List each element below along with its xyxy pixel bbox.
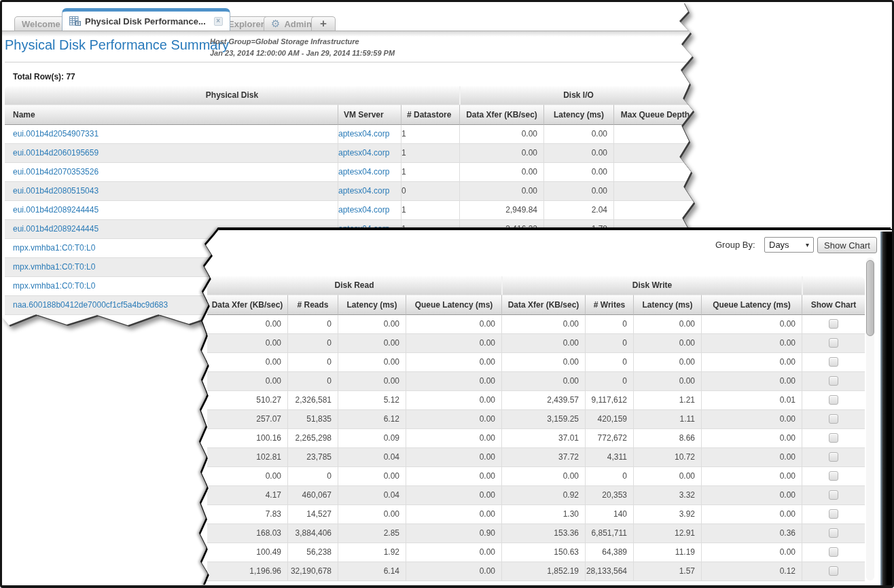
- table-row[interactable]: 100.16 2,265,298 0.09 0.00 37.01 772,672…: [207, 429, 865, 448]
- vm-server-link[interactable]: aptesx04.corp: [338, 182, 401, 200]
- disk-io-rows: 0.00 0 0.00 0.00 0.00 0 0.00 0.00: [207, 315, 865, 581]
- write-latency-value: 10.72: [633, 448, 701, 466]
- tab-physical-disk-performance[interactable]: T Physical Disk Performance... ×: [62, 8, 230, 31]
- col-write-latency[interactable]: Latency (ms): [633, 295, 701, 315]
- col-read-data-xfer[interactable]: Data Xfer (KB/sec): [207, 295, 287, 315]
- show-chart-checkbox[interactable]: [829, 528, 838, 538]
- col-write-queue-latency[interactable]: Queue Latency (ms): [701, 295, 802, 315]
- show-chart-checkbox[interactable]: [829, 376, 838, 386]
- show-chart-checkbox[interactable]: [829, 509, 838, 519]
- reads-value: 0: [287, 353, 338, 371]
- table-row[interactable]: 1,196.96 32,190,678 6.14 0.00 1,852.19 2…: [207, 562, 865, 581]
- writes-value: 0: [585, 467, 633, 485]
- gear-icon: ⚙: [271, 19, 280, 29]
- reads-value: 56,238: [287, 543, 338, 562]
- datastore-count: 0: [401, 182, 459, 200]
- col-name[interactable]: Name: [5, 105, 338, 125]
- disk-name-link[interactable]: eui.001b4d2080515043: [5, 182, 338, 200]
- reads-value: 3,884,406: [287, 524, 338, 543]
- col-data-xfer[interactable]: Data Xfer (KB/sec): [459, 105, 543, 125]
- show-chart-checkbox[interactable]: [829, 338, 838, 348]
- table-row[interactable]: eui.001b4d2089244445 aptesx04.corp 1 2,9…: [5, 201, 696, 220]
- write-data-xfer-value: 153.36: [501, 524, 585, 543]
- vm-server-link[interactable]: aptesx04.corp: [338, 163, 401, 181]
- col-latency[interactable]: Latency (ms): [543, 105, 613, 125]
- table-row[interactable]: 0.00 0 0.00 0.00 0.00 0 0.00 0.00: [207, 334, 865, 353]
- vm-server-link[interactable]: aptesx04.corp: [338, 144, 401, 162]
- show-chart-checkbox[interactable]: [829, 395, 838, 405]
- disk-name-link[interactable]: eui.001b4d2060195659: [5, 144, 338, 162]
- disk-name-link[interactable]: eui.001b4d2070353526: [5, 163, 338, 181]
- header-divider: [5, 62, 691, 62]
- show-chart-checkbox[interactable]: [829, 490, 838, 500]
- col-datastore[interactable]: # Datastore: [401, 105, 459, 125]
- table-row[interactable]: 0.00 0 0.00 0.00 0.00 0 0.00 0.00: [207, 353, 865, 372]
- table-row[interactable]: 168.03 3,884,406 2.85 0.90 153.36 6,851,…: [207, 524, 865, 543]
- table-row[interactable]: 257.07 51,835 6.12 0.00 3,159.25 420,159…: [207, 410, 865, 429]
- write-data-xfer-value: 2,439.57: [501, 391, 585, 409]
- read-queue-latency-value: 0.00: [406, 543, 501, 562]
- write-data-xfer-value: 1.30: [501, 505, 585, 523]
- table-row[interactable]: 4.17 460,067 0.04 0.00 0.92 20,353 3.32 …: [207, 486, 865, 505]
- table-row[interactable]: eui.001b4d2080515043 aptesx04.corp 0 0.0…: [5, 182, 696, 201]
- latency-value: 0.00: [543, 182, 613, 200]
- show-chart-checkbox[interactable]: [829, 566, 838, 576]
- write-queue-latency-value: 0.00: [701, 448, 802, 466]
- read-latency-value: 5.12: [338, 391, 406, 409]
- table-row[interactable]: eui.001b4d2070353526 aptesx04.corp 1 0.0…: [5, 163, 696, 182]
- table-row[interactable]: eui.001b4d2054907331 aptesx04.corp 1 0.0…: [5, 125, 696, 144]
- col-vm-server[interactable]: VM Server: [338, 105, 401, 125]
- show-chart-checkbox[interactable]: [829, 452, 838, 462]
- read-latency-value: 0.09: [338, 429, 406, 447]
- table-row[interactable]: 102.81 23,785 0.04 0.00 37.72 4,311 10.7…: [207, 448, 865, 467]
- show-chart-checkbox[interactable]: [829, 471, 838, 481]
- table-row[interactable]: 100.49 56,238 1.92 0.00 150.63 64,389 11…: [207, 543, 865, 562]
- col-reads[interactable]: # Reads: [287, 295, 338, 315]
- reads-value: 2,265,298: [287, 429, 338, 447]
- col-write-data-xfer[interactable]: Data Xfer (KB/sec): [501, 295, 585, 315]
- write-queue-latency-value: 0.00: [701, 543, 802, 562]
- show-chart-checkbox[interactable]: [829, 547, 838, 557]
- read-latency-value: 0.00: [338, 467, 406, 485]
- group-header-blank: [802, 276, 865, 295]
- group-by-select[interactable]: Days ▾: [764, 237, 814, 253]
- table-row[interactable]: 510.27 2,326,581 5.12 0.00 2,439.57 9,11…: [207, 391, 865, 410]
- table-row[interactable]: 7.83 14,527 0.00 0.00 1.30 140 3.92 0.00: [207, 505, 865, 524]
- col-read-queue-latency[interactable]: Queue Latency (ms): [406, 295, 501, 315]
- write-queue-latency-value: 0.00: [701, 334, 802, 352]
- writes-value: 4,311: [585, 448, 633, 466]
- read-data-xfer-value: 0.00: [207, 315, 287, 333]
- latency-value: 0.00: [543, 125, 613, 143]
- vm-server-link[interactable]: aptesx04.corp: [338, 125, 401, 143]
- show-chart-checkbox[interactable]: [829, 433, 838, 443]
- table-row[interactable]: 0.00 0 0.00 0.00 0.00 0 0.00 0.00: [207, 372, 865, 391]
- read-data-xfer-value: 0.00: [207, 372, 287, 390]
- read-latency-value: 0.00: [338, 353, 406, 371]
- show-chart-button[interactable]: Show Chart: [817, 237, 877, 253]
- show-chart-checkbox[interactable]: [829, 357, 838, 367]
- read-data-xfer-value: 510.27: [207, 391, 287, 409]
- show-chart-checkbox[interactable]: [829, 319, 838, 329]
- show-chart-cell: [802, 467, 865, 485]
- disk-name-link[interactable]: eui.001b4d2054907331: [5, 125, 338, 143]
- read-latency-value: 0.00: [338, 505, 406, 523]
- tab-welcome[interactable]: Welcome: [14, 16, 68, 31]
- table-row[interactable]: 0.00 0 0.00 0.00 0.00 0 0.00 0.00: [207, 467, 865, 486]
- disk-name-link[interactable]: eui.001b4d2089244445: [5, 201, 338, 219]
- col-max-queue-depth[interactable]: Max Queue Depth: [613, 105, 696, 125]
- col-read-latency[interactable]: Latency (ms): [338, 295, 406, 315]
- write-latency-value: 0.00: [633, 467, 701, 485]
- col-writes[interactable]: # Writes: [585, 295, 633, 315]
- show-chart-cell: [802, 486, 865, 504]
- write-data-xfer-value: 0.00: [501, 467, 585, 485]
- tab-add[interactable]: +: [311, 16, 336, 31]
- table-row[interactable]: eui.001b4d2060195659 aptesx04.corp 1 0.0…: [5, 144, 696, 163]
- scrollbar-thumb[interactable]: [866, 260, 874, 336]
- close-tab-icon[interactable]: ×: [214, 17, 223, 26]
- table-row[interactable]: 0.00 0 0.00 0.00 0.00 0 0.00 0.00: [207, 315, 865, 334]
- col-show-chart[interactable]: Show Chart: [802, 295, 865, 315]
- show-chart-checkbox[interactable]: [829, 414, 838, 424]
- read-latency-value: 0.00: [338, 334, 406, 352]
- read-data-xfer-value: 0.00: [207, 353, 287, 371]
- vm-server-link[interactable]: aptesx04.corp: [338, 201, 401, 219]
